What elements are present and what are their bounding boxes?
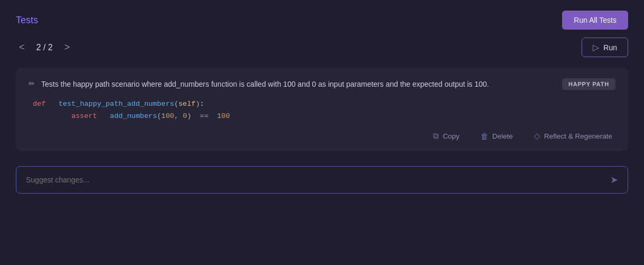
func-call: add_numbers — [110, 112, 157, 120]
test-card-header: ✏ Tests the happy path scenario where ad… — [29, 78, 615, 90]
delete-button[interactable]: 🗑 Delete — [477, 130, 516, 143]
copy-icon: ⧉ — [433, 131, 439, 141]
code-block: def test_happy_path_add_numbers(self): a… — [29, 98, 615, 123]
colon: : — [200, 100, 204, 108]
run-all-button[interactable]: Run All Tests — [562, 11, 628, 30]
pagination-display: 2 / 2 — [36, 43, 53, 52]
code-line-2: assert add_numbers(100, 0) == 100 — [33, 111, 615, 123]
action-row: ⧉ Copy 🗑 Delete ◇ Reflect & Regenerate — [29, 129, 615, 143]
pagination-controls: < 2 / 2 > — [16, 41, 73, 54]
pagination-row: < 2 / 2 > ▷ Run — [16, 38, 628, 57]
function-name: test_happy_path_add_numbers — [59, 100, 174, 108]
code-line-1: def test_happy_path_add_numbers(self): — [33, 98, 615, 111]
equals-op: == — [196, 112, 213, 120]
run-icon: ▷ — [593, 42, 599, 52]
reflect-label: Reflect & Regenerate — [544, 132, 612, 140]
num-0: 0 — [183, 112, 187, 120]
pagination-next[interactable]: > — [61, 41, 73, 54]
suggest-input[interactable] — [26, 176, 610, 184]
delete-icon: 🗑 — [481, 132, 489, 141]
num-100: 100 — [161, 112, 174, 120]
param-self: self — [179, 100, 196, 108]
content-area: < 2 / 2 > ▷ Run ✏ Tests the happy path s… — [0, 38, 644, 265]
paren-close: ) — [196, 100, 200, 108]
paren-open-2: ( — [157, 112, 161, 120]
test-description-row: ✏ Tests the happy path scenario where ad… — [29, 78, 551, 90]
keyword-def: def — [33, 100, 45, 108]
header: Tests Run All Tests — [0, 0, 644, 38]
send-icon[interactable]: ➤ — [610, 174, 618, 186]
delete-label: Delete — [492, 132, 513, 140]
num-result: 100 — [217, 112, 229, 120]
code-indent — [33, 112, 67, 120]
pagination-prev[interactable]: < — [16, 41, 28, 54]
test-description: Tests the happy path scenario where add_… — [41, 78, 551, 90]
suggest-input-wrapper: ➤ — [16, 166, 628, 194]
happy-path-badge: HAPPY PATH — [562, 78, 615, 90]
edit-icon[interactable]: ✏ — [29, 79, 35, 88]
code-space-2 — [102, 112, 106, 120]
copy-button[interactable]: ⧉ Copy — [430, 129, 463, 143]
code-space — [50, 100, 54, 108]
space-3 — [179, 112, 183, 120]
paren-open: ( — [174, 100, 178, 108]
app-container: Tests Run All Tests < 2 / 2 > ▷ Run ✏ Te… — [0, 0, 644, 265]
page-title: Tests — [16, 15, 38, 26]
paren-close-2: ) — [187, 112, 191, 120]
run-button[interactable]: ▷ Run — [582, 38, 628, 57]
keyword-assert: assert — [71, 112, 97, 120]
copy-label: Copy — [443, 132, 459, 140]
run-button-label: Run — [603, 43, 617, 52]
test-card: ✏ Tests the happy path scenario where ad… — [16, 68, 628, 151]
suggest-row: ➤ — [16, 166, 628, 194]
reflect-button[interactable]: ◇ Reflect & Regenerate — [531, 129, 615, 143]
reflect-icon: ◇ — [534, 131, 540, 141]
comma: , — [174, 112, 178, 120]
